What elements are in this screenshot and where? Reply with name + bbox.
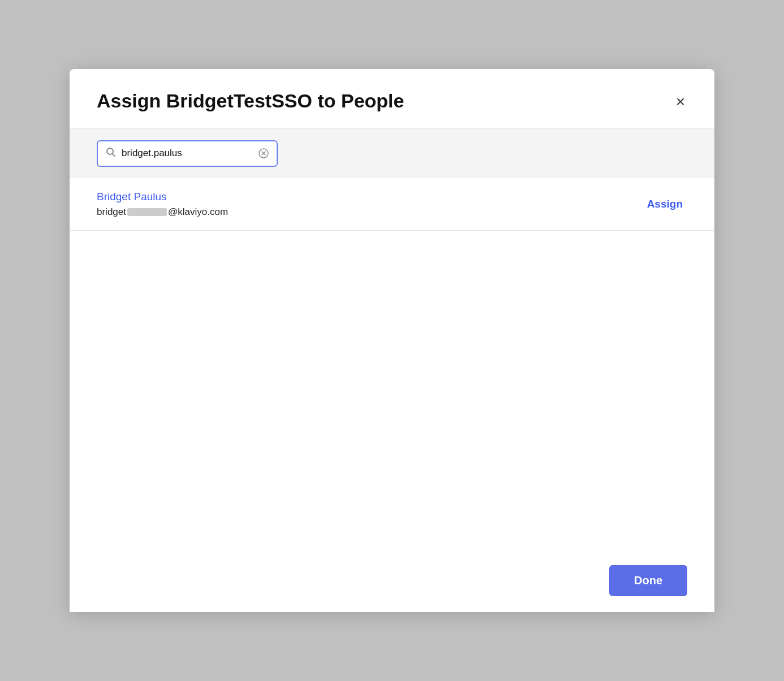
search-input-wrapper [97, 140, 278, 167]
person-name: Bridget Paulus [97, 191, 228, 203]
modal-overlay: Assign BridgetTestSSO to People × [0, 0, 784, 681]
close-button[interactable]: × [674, 92, 687, 112]
search-icon [106, 147, 116, 160]
table-row: Bridget Paulus bridget@klaviyo.com Assig… [70, 178, 714, 231]
search-input[interactable] [122, 148, 253, 159]
email-suffix: @klaviyo.com [168, 206, 228, 218]
results-area: Bridget Paulus bridget@klaviyo.com Assig… [70, 178, 714, 549]
svg-line-1 [113, 153, 115, 156]
modal-footer: Done [70, 549, 714, 612]
clear-search-button[interactable] [259, 148, 269, 158]
email-redacted [127, 208, 167, 216]
search-bar-area [70, 128, 714, 178]
modal-header: Assign BridgetTestSSO to People × [70, 69, 714, 128]
modal-dialog: Assign BridgetTestSSO to People × [70, 69, 714, 612]
modal-title: Assign BridgetTestSSO to People [97, 89, 404, 113]
email-prefix: bridget [97, 206, 126, 218]
result-info: Bridget Paulus bridget@klaviyo.com [97, 191, 228, 218]
done-button[interactable]: Done [609, 565, 687, 596]
person-email: bridget@klaviyo.com [97, 206, 228, 218]
close-icon: × [676, 94, 685, 110]
assign-button[interactable]: Assign [643, 196, 687, 213]
